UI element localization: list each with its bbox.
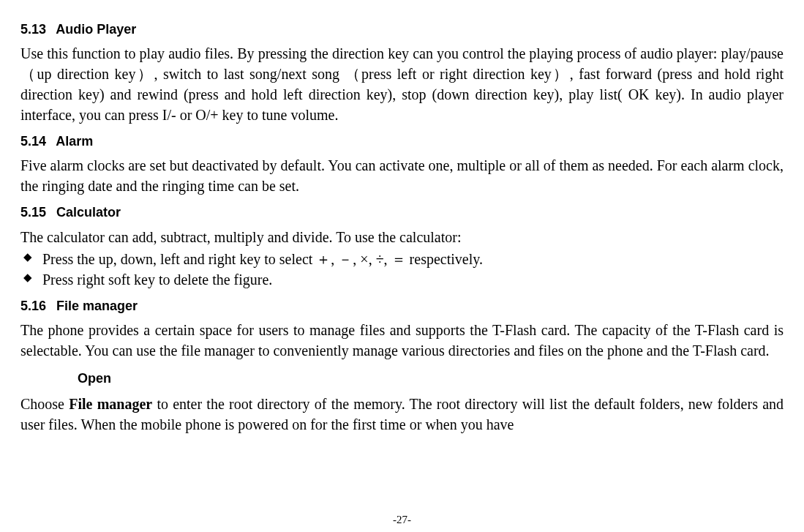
- heading-file-manager: 5.16 File manager: [20, 297, 784, 315]
- heading-calculator: 5.15 Calculator: [20, 203, 784, 222]
- paragraph-calculator-intro: The calculator can add, subtract, multip…: [20, 227, 784, 247]
- heading-audio-player: 5.13 Audio Player: [20, 20, 784, 39]
- list-item: Press right soft key to delete the figur…: [20, 269, 784, 290]
- heading-number: 5.15: [20, 203, 53, 222]
- text-bold-file-manager: File manager: [69, 396, 152, 412]
- paragraph-open: Choose File manager to enter the root di…: [20, 394, 784, 435]
- heading-number: 5.16: [20, 297, 53, 315]
- heading-title: Calculator: [56, 205, 121, 220]
- paragraph-audio-player: Use this function to play audio files. B…: [20, 43, 784, 125]
- heading-number: 5.14: [20, 132, 53, 151]
- list-item: Press the up, down, left and right key t…: [20, 249, 784, 269]
- sub-heading-open: Open: [78, 370, 784, 388]
- heading-title: File manager: [56, 299, 138, 313]
- heading-alarm: 5.14 Alarm: [20, 132, 784, 151]
- page-number: -27-: [0, 512, 804, 528]
- list-calculator: Press the up, down, left and right key t…: [20, 249, 784, 290]
- heading-title: Audio Player: [56, 22, 136, 37]
- heading-number: 5.13: [20, 20, 53, 39]
- heading-title: Alarm: [56, 134, 93, 149]
- paragraph-file-manager: The phone provides a certain space for u…: [20, 320, 784, 361]
- paragraph-alarm: Five alarm clocks are set but deactivate…: [20, 155, 784, 196]
- text-prefix: Choose: [20, 396, 69, 412]
